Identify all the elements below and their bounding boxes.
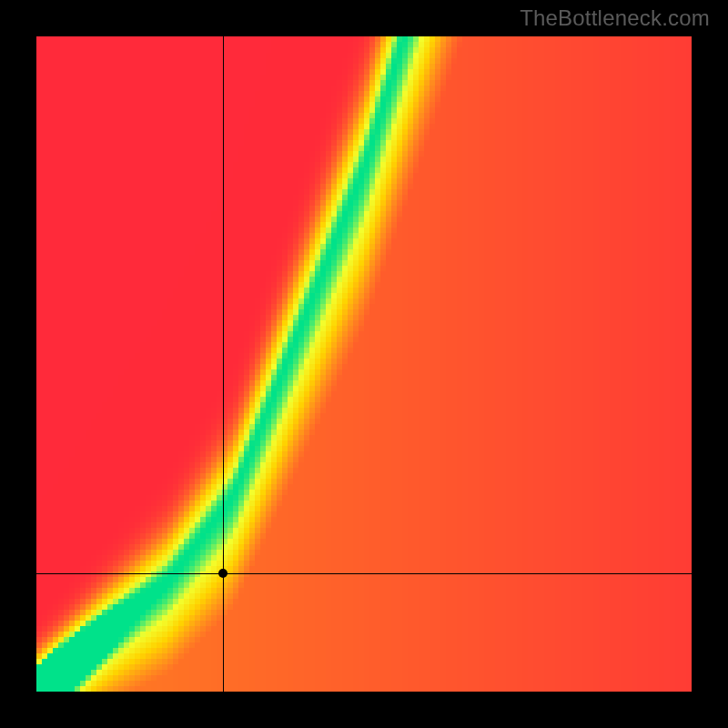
attribution-label: TheBottleneck.com — [520, 5, 710, 31]
chart-frame: TheBottleneck.com — [0, 0, 728, 728]
bottleneck-heatmap — [36, 36, 692, 692]
